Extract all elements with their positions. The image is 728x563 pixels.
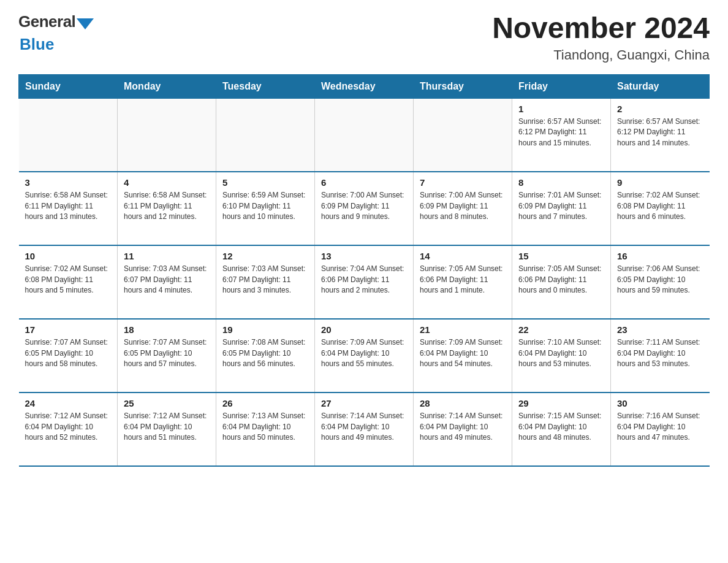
logo-general-text: General xyxy=(18,12,75,31)
day-info: Sunrise: 6:58 AM Sunset: 6:11 PM Dayligh… xyxy=(124,190,210,222)
calendar-cell: 11Sunrise: 7:03 AM Sunset: 6:07 PM Dayli… xyxy=(118,245,216,319)
day-info: Sunrise: 7:10 AM Sunset: 6:04 PM Dayligh… xyxy=(518,337,604,369)
weekday-header-monday: Monday xyxy=(118,74,216,98)
calendar-cell xyxy=(118,98,216,172)
calendar-cell: 27Sunrise: 7:14 AM Sunset: 6:04 PM Dayli… xyxy=(315,393,414,466)
calendar-cell: 7Sunrise: 7:00 AM Sunset: 6:09 PM Daylig… xyxy=(414,172,512,245)
calendar-cell: 24Sunrise: 7:12 AM Sunset: 6:04 PM Dayli… xyxy=(19,393,118,466)
day-info: Sunrise: 7:06 AM Sunset: 6:05 PM Dayligh… xyxy=(617,264,703,296)
calendar-cell: 5Sunrise: 6:59 AM Sunset: 6:10 PM Daylig… xyxy=(216,172,315,245)
calendar-cell: 6Sunrise: 7:00 AM Sunset: 6:09 PM Daylig… xyxy=(315,172,414,245)
day-info: Sunrise: 6:58 AM Sunset: 6:11 PM Dayligh… xyxy=(25,190,112,222)
day-number: 19 xyxy=(222,324,308,335)
day-info: Sunrise: 6:59 AM Sunset: 6:10 PM Dayligh… xyxy=(222,190,308,222)
calendar-row-4: 24Sunrise: 7:12 AM Sunset: 6:04 PM Dayli… xyxy=(19,393,710,466)
day-number: 27 xyxy=(321,398,407,408)
day-number: 9 xyxy=(617,177,703,188)
day-info: Sunrise: 7:05 AM Sunset: 6:06 PM Dayligh… xyxy=(518,264,604,296)
day-number: 7 xyxy=(420,177,506,188)
calendar-cell: 12Sunrise: 7:03 AM Sunset: 6:07 PM Dayli… xyxy=(216,245,315,319)
day-number: 26 xyxy=(222,398,308,408)
calendar-table: SundayMondayTuesdayWednesdayThursdayFrid… xyxy=(18,74,710,467)
day-number: 21 xyxy=(420,324,506,335)
calendar-cell: 8Sunrise: 7:01 AM Sunset: 6:09 PM Daylig… xyxy=(512,172,611,245)
calendar-cell: 30Sunrise: 7:16 AM Sunset: 6:04 PM Dayli… xyxy=(611,393,710,466)
day-number: 18 xyxy=(124,324,210,335)
weekday-header-wednesday: Wednesday xyxy=(315,74,414,98)
day-info: Sunrise: 7:03 AM Sunset: 6:07 PM Dayligh… xyxy=(124,264,210,296)
weekday-header-tuesday: Tuesday xyxy=(216,74,315,98)
day-number: 16 xyxy=(617,251,703,261)
calendar-cell: 17Sunrise: 7:07 AM Sunset: 6:05 PM Dayli… xyxy=(19,319,118,393)
calendar-cell xyxy=(216,98,315,172)
day-info: Sunrise: 7:09 AM Sunset: 6:04 PM Dayligh… xyxy=(420,337,506,369)
calendar-cell: 2Sunrise: 6:57 AM Sunset: 6:12 PM Daylig… xyxy=(611,98,710,172)
day-info: Sunrise: 7:14 AM Sunset: 6:04 PM Dayligh… xyxy=(321,411,407,443)
weekday-header-friday: Friday xyxy=(512,74,611,98)
day-info: Sunrise: 7:07 AM Sunset: 6:05 PM Dayligh… xyxy=(124,337,210,369)
calendar-cell: 10Sunrise: 7:02 AM Sunset: 6:08 PM Dayli… xyxy=(19,245,118,319)
calendar-cell: 9Sunrise: 7:02 AM Sunset: 6:08 PM Daylig… xyxy=(611,172,710,245)
day-number: 13 xyxy=(321,251,407,261)
day-number: 23 xyxy=(617,324,703,335)
calendar-cell: 28Sunrise: 7:14 AM Sunset: 6:04 PM Dayli… xyxy=(414,393,512,466)
day-info: Sunrise: 7:00 AM Sunset: 6:09 PM Dayligh… xyxy=(420,190,506,222)
calendar-cell: 13Sunrise: 7:04 AM Sunset: 6:06 PM Dayli… xyxy=(315,245,414,319)
day-info: Sunrise: 7:12 AM Sunset: 6:04 PM Dayligh… xyxy=(25,411,112,443)
day-number: 10 xyxy=(25,251,112,261)
logo: General Blue xyxy=(18,12,94,54)
day-number: 5 xyxy=(222,177,308,188)
day-number: 2 xyxy=(617,104,703,114)
day-info: Sunrise: 7:04 AM Sunset: 6:06 PM Dayligh… xyxy=(321,264,407,296)
calendar-cell xyxy=(414,98,512,172)
day-info: Sunrise: 7:16 AM Sunset: 6:04 PM Dayligh… xyxy=(617,411,703,443)
day-number: 25 xyxy=(124,398,210,408)
day-number: 20 xyxy=(321,324,407,335)
day-number: 24 xyxy=(25,398,112,408)
calendar-cell: 22Sunrise: 7:10 AM Sunset: 6:04 PM Dayli… xyxy=(512,319,611,393)
day-number: 11 xyxy=(124,251,210,261)
calendar-cell: 4Sunrise: 6:58 AM Sunset: 6:11 PM Daylig… xyxy=(118,172,216,245)
month-year-title: November 2024 xyxy=(492,12,710,45)
location-subtitle: Tiandong, Guangxi, China xyxy=(492,47,710,63)
weekday-header-row: SundayMondayTuesdayWednesdayThursdayFrid… xyxy=(19,74,710,98)
day-number: 14 xyxy=(420,251,506,261)
day-number: 17 xyxy=(25,324,112,335)
day-info: Sunrise: 7:00 AM Sunset: 6:09 PM Dayligh… xyxy=(321,190,407,222)
calendar-cell: 14Sunrise: 7:05 AM Sunset: 6:06 PM Dayli… xyxy=(414,245,512,319)
calendar-cell: 20Sunrise: 7:09 AM Sunset: 6:04 PM Dayli… xyxy=(315,319,414,393)
calendar-cell: 16Sunrise: 7:06 AM Sunset: 6:05 PM Dayli… xyxy=(611,245,710,319)
weekday-header-sunday: Sunday xyxy=(19,74,118,98)
calendar-cell: 1Sunrise: 6:57 AM Sunset: 6:12 PM Daylig… xyxy=(512,98,611,172)
day-number: 8 xyxy=(518,177,604,188)
page-header: General Blue November 2024 Tiandong, Gua… xyxy=(18,12,710,63)
day-info: Sunrise: 7:09 AM Sunset: 6:04 PM Dayligh… xyxy=(321,337,407,369)
calendar-row-2: 10Sunrise: 7:02 AM Sunset: 6:08 PM Dayli… xyxy=(19,245,710,319)
calendar-cell: 19Sunrise: 7:08 AM Sunset: 6:05 PM Dayli… xyxy=(216,319,315,393)
calendar-cell: 21Sunrise: 7:09 AM Sunset: 6:04 PM Dayli… xyxy=(414,319,512,393)
calendar-cell: 26Sunrise: 7:13 AM Sunset: 6:04 PM Dayli… xyxy=(216,393,315,466)
day-info: Sunrise: 7:01 AM Sunset: 6:09 PM Dayligh… xyxy=(518,190,604,222)
day-info: Sunrise: 7:02 AM Sunset: 6:08 PM Dayligh… xyxy=(25,264,112,296)
day-info: Sunrise: 7:02 AM Sunset: 6:08 PM Dayligh… xyxy=(617,190,703,222)
day-number: 28 xyxy=(420,398,506,408)
day-number: 12 xyxy=(222,251,308,261)
day-number: 30 xyxy=(617,398,703,408)
calendar-cell xyxy=(315,98,414,172)
logo-arrow-icon xyxy=(77,18,94,29)
day-number: 6 xyxy=(321,177,407,188)
day-info: Sunrise: 7:05 AM Sunset: 6:06 PM Dayligh… xyxy=(420,264,506,296)
calendar-cell: 15Sunrise: 7:05 AM Sunset: 6:06 PM Dayli… xyxy=(512,245,611,319)
day-info: Sunrise: 7:15 AM Sunset: 6:04 PM Dayligh… xyxy=(518,411,604,443)
calendar-row-1: 3Sunrise: 6:58 AM Sunset: 6:11 PM Daylig… xyxy=(19,172,710,245)
day-number: 1 xyxy=(518,104,604,114)
day-info: Sunrise: 6:57 AM Sunset: 6:12 PM Dayligh… xyxy=(518,117,604,148)
calendar-row-3: 17Sunrise: 7:07 AM Sunset: 6:05 PM Dayli… xyxy=(19,319,710,393)
day-info: Sunrise: 7:08 AM Sunset: 6:05 PM Dayligh… xyxy=(222,337,308,369)
day-number: 15 xyxy=(518,251,604,261)
day-number: 4 xyxy=(124,177,210,188)
day-info: Sunrise: 7:12 AM Sunset: 6:04 PM Dayligh… xyxy=(124,411,210,443)
calendar-cell: 18Sunrise: 7:07 AM Sunset: 6:05 PM Dayli… xyxy=(118,319,216,393)
calendar-cell: 29Sunrise: 7:15 AM Sunset: 6:04 PM Dayli… xyxy=(512,393,611,466)
day-info: Sunrise: 7:11 AM Sunset: 6:04 PM Dayligh… xyxy=(617,337,703,369)
